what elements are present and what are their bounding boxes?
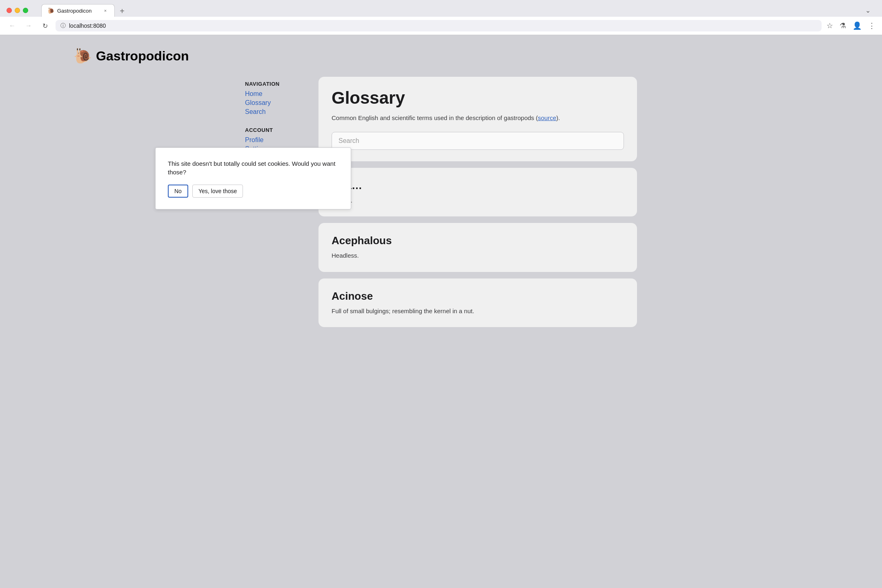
search-input[interactable]	[332, 132, 624, 150]
browser-toolbar: ← → ↻ ⓘ localhost:8080 ☆ ⚗ 👤 ⋮	[0, 17, 882, 35]
site-header: 🐌 Gastropodicon	[74, 47, 189, 65]
close-button[interactable]	[7, 8, 12, 13]
page-title: Glossary	[332, 88, 624, 108]
term-title: Acinose	[332, 290, 624, 303]
tab-dropdown-button[interactable]: ⌄	[860, 5, 875, 16]
term-card-aba: Aba… Away…	[318, 168, 637, 217]
menu-icon[interactable]: ⋮	[868, 21, 875, 30]
minimize-button[interactable]	[15, 8, 20, 13]
maximize-button[interactable]	[23, 8, 28, 13]
url-text: localhost:8080	[69, 22, 106, 29]
reload-button[interactable]: ↻	[39, 20, 51, 31]
glossary-header-card: Glossary Common English and scientific t…	[318, 77, 637, 161]
nav-section: NAVIGATION Home Glossary Search	[245, 81, 306, 116]
tabs-row: 🐌 Gastropodicon × +	[41, 4, 128, 17]
active-tab[interactable]: 🐌 Gastropodicon ×	[41, 4, 115, 17]
term-card-acephalous: Acephalous Headless.	[318, 223, 637, 272]
forward-button[interactable]: →	[23, 20, 34, 31]
cookie-buttons: No Yes, love those	[168, 185, 339, 198]
sidebar-item-profile[interactable]: Profile	[245, 136, 306, 144]
toolbar-actions: ☆ ⚗ 👤 ⋮	[826, 21, 875, 30]
bookmark-icon[interactable]: ☆	[826, 21, 833, 30]
traffic-lights	[7, 8, 28, 13]
tab-favicon: 🐌	[47, 7, 54, 14]
address-bar[interactable]: ⓘ localhost:8080	[56, 20, 822, 31]
account-section-title: ACCOUNT	[245, 127, 306, 133]
browser-titlebar: 🐌 Gastropodicon × + ⌄	[0, 0, 882, 17]
tab-title-text: Gastropodicon	[57, 8, 99, 14]
sidebar-item-search[interactable]: Search	[245, 108, 306, 116]
cookie-dialog: This site doesn't but totally could set …	[155, 147, 351, 209]
desc-end: ).	[556, 114, 560, 121]
source-link[interactable]: source	[538, 114, 556, 121]
page-description: Common English and scientific terms used…	[332, 114, 624, 123]
sidebar-item-home[interactable]: Home	[245, 90, 306, 98]
main-content: Glossary Common English and scientific t…	[318, 77, 637, 327]
labs-icon[interactable]: ⚗	[840, 21, 846, 30]
cookie-no-button[interactable]: No	[168, 185, 188, 198]
security-icon: ⓘ	[60, 22, 66, 29]
term-desc: Away…	[332, 196, 624, 205]
desc-text: Common English and scientific terms used…	[332, 114, 538, 121]
cookie-message: This site doesn't but totally could set …	[168, 159, 339, 176]
tab-close-button[interactable]: ×	[102, 7, 109, 14]
sidebar-item-glossary[interactable]: Glossary	[245, 99, 306, 107]
profile-icon[interactable]: 👤	[853, 21, 862, 30]
term-desc: Full of small bulgings; resembling the k…	[332, 307, 624, 316]
term-title: Acephalous	[332, 234, 624, 247]
term-desc: Headless.	[332, 251, 624, 261]
new-tab-button[interactable]: +	[116, 5, 128, 17]
cookie-yes-button[interactable]: Yes, love those	[192, 185, 243, 198]
nav-section-title: NAVIGATION	[245, 81, 306, 87]
snail-icon: 🐌	[74, 47, 92, 65]
term-title: Aba…	[332, 179, 624, 192]
site-title: Gastropodicon	[96, 49, 189, 64]
page: 🐌 Gastropodicon NAVIGATION Home Glossary…	[0, 35, 882, 582]
term-card-acinose: Acinose Full of small bulgings; resembli…	[318, 278, 637, 327]
back-button[interactable]: ←	[7, 20, 18, 31]
browser-chrome: 🐌 Gastropodicon × + ⌄ ← → ↻ ⓘ localhost:…	[0, 0, 882, 35]
